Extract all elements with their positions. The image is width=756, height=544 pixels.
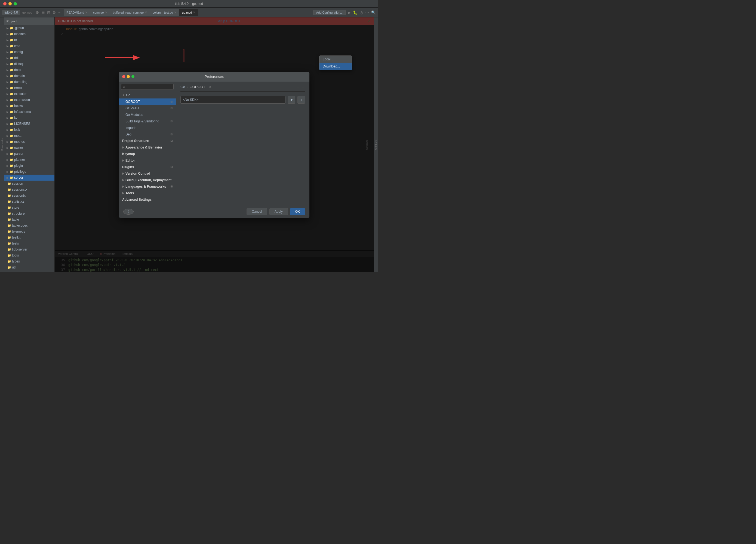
close-conn-tab[interactable]: ✕ [105, 11, 107, 14]
debug-icon[interactable]: 🐛 [353, 10, 358, 15]
close-gomod-tab[interactable]: ✕ [193, 11, 195, 14]
sidebar-item-planner[interactable]: ▶📁 planner [4, 157, 54, 163]
sidebar-item-tablecodec[interactable]: 📁 tablecodec [4, 223, 54, 229]
sdk-dropdown-button[interactable]: ▾ [288, 96, 295, 104]
bookmarks-label[interactable]: Bookmarks [1, 139, 4, 151]
sidebar-item-hooks[interactable]: ▶📁 hooks [4, 103, 54, 109]
sidebar-item-br[interactable]: ▶📁 br [4, 37, 54, 43]
database-label[interactable]: Database [375, 140, 377, 150]
apply-button[interactable]: Apply [269, 208, 288, 215]
modal-nav-project-structure[interactable]: Project Structure ⊟ [119, 138, 176, 144]
sidebar-item-tools[interactable]: 📁 tools [4, 253, 54, 259]
settings-icon[interactable]: ⚙ [36, 10, 39, 15]
maximize-button[interactable] [14, 2, 17, 5]
run-icon[interactable]: ▶ [348, 10, 351, 15]
help-button[interactable]: ? [123, 209, 134, 215]
breadcrumb-parent[interactable]: Go [180, 85, 185, 89]
close-buffered-tab[interactable]: ✕ [145, 11, 147, 14]
sidebar-item-metrics[interactable]: ▶📁 metrics [4, 139, 54, 145]
modal-nav-plugins[interactable]: Plugins ⊟ [119, 164, 176, 170]
sidebar-item-plugin[interactable]: ▶📁 plugin [4, 163, 54, 169]
modal-nav-dep[interactable]: Dep ⊟ [119, 131, 176, 138]
sidebar-item-kv[interactable]: ▶📁 kv [4, 115, 54, 121]
modal-nav-build-exec[interactable]: ▶ Build, Execution, Deployment [119, 177, 176, 183]
modal-minimize-button[interactable] [127, 75, 130, 78]
window-controls[interactable] [3, 2, 17, 5]
dropdown-local[interactable]: Local... [319, 56, 352, 63]
sidebar-item-tests[interactable]: 📁 tests [4, 241, 54, 247]
dropdown-download[interactable]: Download... [319, 63, 352, 70]
close-readme-tab[interactable]: ✕ [85, 11, 87, 14]
modal-nav-appearance[interactable]: ▶ Appearance & Behavior [119, 144, 176, 151]
project-label[interactable]: tidb-5.4.0 [2, 10, 20, 15]
tab-readme[interactable]: README.md ✕ [64, 9, 90, 16]
sidebar-item-expression[interactable]: ▶📁 expression [4, 97, 54, 103]
breadcrumb-pin-icon[interactable]: ⊕ [208, 85, 211, 89]
sidebar-item-cmd[interactable]: ▶📁 cmd [4, 43, 54, 49]
modal-nav-buildtags[interactable]: Build Tags & Vendoring ⊟ [119, 118, 176, 125]
breadcrumb-forward-button[interactable]: → [301, 85, 305, 89]
modal-window-controls[interactable] [122, 75, 134, 78]
breadcrumb-back-button[interactable]: ← [296, 85, 300, 89]
sidebar-item-privilege[interactable]: ▶📁 privilege [4, 169, 54, 175]
sidebar-expand-icon[interactable]: ⋯ [49, 20, 52, 23]
sidebar-item-errno[interactable]: ▶📁 errno [4, 85, 54, 91]
modal-nav-version-control[interactable]: ▶ Version Control [119, 170, 176, 177]
sidebar-item-telemetry[interactable]: 📁 telemetry [4, 229, 54, 235]
sidebar-item-server[interactable]: ▶📁 server [4, 175, 54, 181]
ok-button[interactable]: OK [290, 208, 305, 215]
close-button[interactable] [3, 2, 7, 5]
modal-nav-gomodules[interactable]: Go Modules [119, 112, 176, 118]
sidebar-item-session[interactable]: 📁 session [4, 181, 54, 187]
sidebar-item-domain[interactable]: ▶📁 domain [4, 73, 54, 79]
sidebar-item-licenses[interactable]: ▶📁 LICENSES [4, 121, 54, 127]
tab-conn[interactable]: conn.go ✕ [90, 9, 110, 16]
sidebar-item-statistics[interactable]: 📁 statistics [4, 199, 54, 205]
modal-close-button[interactable] [122, 75, 125, 78]
sidebar-item-meta[interactable]: ▶📁 meta [4, 133, 54, 139]
add-configuration-button[interactable]: Add Configuration... [313, 10, 346, 15]
tab-column-test[interactable]: column_test.go ✕ [150, 9, 179, 16]
cancel-button[interactable]: Cancel [247, 208, 267, 215]
sidebar-item-config[interactable]: ▶📁 config [4, 49, 54, 55]
modal-nav-keymap[interactable]: Keymap [119, 151, 176, 157]
list-icon[interactable]: ☰ [41, 10, 45, 15]
gear-icon[interactable]: ⚙ [53, 10, 56, 15]
modal-nav-gopath[interactable]: GOPATH ⊟ [119, 105, 176, 112]
sidebar-item-sessionctx[interactable]: 📁 sessionctx [4, 187, 54, 193]
sidebar-item-table[interactable]: 📁 table [4, 217, 54, 223]
sidebar-item-bindinfo[interactable]: ▶📁 bindinfo [4, 31, 54, 37]
sdk-input[interactable] [180, 96, 285, 104]
sidebar-item-structure[interactable]: 📁 structure [4, 211, 54, 217]
sidebar-item-sessiontxn[interactable]: 📁 sessiontxn [4, 193, 54, 199]
sdk-add-button[interactable]: + [297, 96, 305, 104]
sidebar-item-tidb-server[interactable]: 📁 tidb-server [4, 247, 54, 253]
profile-icon[interactable]: ◷ [360, 10, 363, 15]
minus-icon[interactable]: − [58, 10, 60, 15]
sidebar-item-distsql[interactable]: ▶📁 distsql [4, 61, 54, 67]
modal-nav-editor[interactable]: ▶ Editor [119, 157, 176, 164]
search-icon[interactable]: 🔍 [371, 10, 376, 15]
sidebar-item-dumpling[interactable]: ▶📁 dumpling [4, 79, 54, 85]
sidebar-item-ddl[interactable]: ▶📁 ddl [4, 55, 54, 61]
sidebar-item-util[interactable]: 📁 util [4, 265, 54, 271]
tab-gomod[interactable]: go.mod ✕ [179, 9, 198, 16]
tab-buffered[interactable]: buffered_read_conn.go ✕ [110, 9, 150, 16]
sidebar-item-types[interactable]: 📁 types [4, 259, 54, 265]
modal-nav-imports[interactable]: Imports [119, 125, 176, 131]
sidebar-item-parser[interactable]: ▶📁 parser [4, 151, 54, 157]
modal-nav-advanced[interactable]: Advanced Settings [119, 197, 176, 203]
modal-nav-go[interactable]: ▼ Go [119, 92, 176, 99]
more-icon[interactable]: ⋯ [365, 10, 369, 15]
sidebar-item-docs[interactable]: ▶📁 docs [4, 67, 54, 73]
minimize-button[interactable] [8, 2, 12, 5]
modal-search-input[interactable] [121, 84, 174, 90]
sidebar-item-executor[interactable]: ▶📁 executor [4, 91, 54, 97]
modal-nav-tools[interactable]: ▶ Tools [119, 190, 176, 197]
modal-nav-goroot[interactable]: GOROOT ⊟ [119, 99, 176, 105]
modal-maximize-button[interactable] [131, 75, 134, 78]
sidebar-item-testkit[interactable]: 📁 testkit [4, 235, 54, 241]
sidebar-item-codecov[interactable]: .codecov.yml [4, 271, 54, 272]
sidebar-item-lock[interactable]: ▶📁 lock [4, 127, 54, 133]
modal-nav-languages[interactable]: ▶ Languages & Frameworks ⊟ [119, 183, 176, 190]
